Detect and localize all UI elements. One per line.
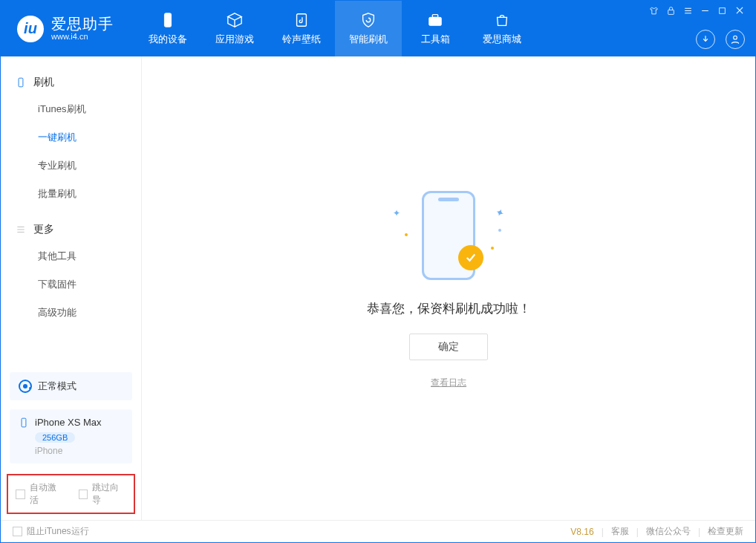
sidebar-item-advanced[interactable]: 高级功能: [1, 299, 141, 327]
tab-my-device[interactable]: 我的设备: [134, 1, 201, 56]
svg-rect-3: [432, 14, 437, 17]
sidebar-item-batch[interactable]: 批量刷机: [1, 180, 141, 208]
tab-apps[interactable]: 应用游戏: [201, 1, 268, 56]
mode-icon: [19, 380, 32, 393]
view-log-link[interactable]: 查看日志: [431, 377, 466, 389]
maximize-icon[interactable]: [717, 6, 727, 16]
checkbox-icon: [13, 527, 22, 536]
download-button[interactable]: [696, 30, 715, 49]
tab-label: 智能刷机: [349, 33, 388, 46]
mode-box[interactable]: 正常模式: [10, 372, 132, 400]
menu-icon[interactable]: [683, 6, 693, 16]
nav-tabs: 我的设备 应用游戏 铃声壁纸 智能刷机 工具箱 爱思商城: [134, 1, 535, 56]
section-more: 更多: [1, 217, 141, 242]
svg-point-6: [734, 36, 737, 39]
footer: 阻止iTunes运行 V8.16 | 客服 | 微信公众号 | 检查更新: [1, 520, 755, 542]
device-box[interactable]: iPhone XS Max 256GB iPhone: [10, 409, 132, 464]
device-name: iPhone XS Max: [35, 417, 102, 428]
tab-flash[interactable]: 智能刷机: [335, 1, 402, 56]
section-label: 刷机: [33, 76, 54, 89]
success-text: 恭喜您，保资料刷机成功啦！: [367, 300, 531, 317]
sidebar-item-other[interactable]: 其他工具: [1, 242, 141, 270]
tab-store[interactable]: 爱思商城: [469, 1, 535, 56]
checkbox-icon: [16, 490, 25, 499]
device-storage: 256GB: [35, 432, 75, 443]
list-icon: [16, 224, 26, 235]
support-link[interactable]: 客服: [611, 525, 629, 538]
section-flash: 刷机: [1, 70, 141, 95]
checkbox-label: 阻止iTunes运行: [27, 525, 89, 538]
sparkle-icon: ✦: [393, 208, 400, 218]
lock-icon[interactable]: [666, 6, 676, 16]
check-badge-icon: [458, 245, 483, 270]
minimize-icon[interactable]: [700, 6, 710, 16]
tab-label: 工具箱: [421, 33, 450, 46]
sidebar-item-onekey[interactable]: 一键刷机: [1, 123, 141, 152]
device-icon: [19, 417, 29, 428]
ok-button[interactable]: 确定: [409, 334, 488, 360]
app-subtitle: www.i4.cn: [51, 32, 114, 41]
main-content: ✦ ✦ 恭喜您，保资料刷机成功啦！ 确定 查看日志: [142, 56, 755, 520]
dot-icon: [498, 229, 501, 232]
user-button[interactable]: [726, 30, 745, 49]
tab-toolbox[interactable]: 工具箱: [402, 1, 469, 56]
svg-rect-2: [429, 17, 442, 25]
sidebar-item-pro[interactable]: 专业刷机: [1, 152, 141, 180]
sidebar-item-itunes[interactable]: iTunes刷机: [1, 95, 141, 123]
music-icon: [293, 12, 310, 28]
options-row: 自动激活 跳过向导: [7, 474, 135, 514]
svg-rect-4: [668, 10, 674, 14]
body: 刷机 iTunes刷机 一键刷机 专业刷机 批量刷机 更多 其他工具 下载固件 …: [1, 56, 755, 520]
phone-small-icon: [16, 77, 26, 88]
account-icons: [696, 30, 745, 49]
toolbox-icon: [427, 12, 443, 28]
checkbox-icon: [79, 490, 88, 499]
success-illustration: ✦ ✦: [385, 187, 512, 284]
logo-area: iu 爱思助手 www.i4.cn: [1, 16, 134, 42]
tab-label: 铃声壁纸: [282, 33, 321, 46]
tab-label: 应用游戏: [215, 33, 254, 46]
svg-rect-1: [297, 13, 307, 26]
checkbox-skip-guide[interactable]: 跳过向导: [79, 481, 127, 507]
dot-icon: [405, 233, 408, 236]
check-update-link[interactable]: 检查更新: [708, 525, 743, 538]
sparkle-icon: ✦: [494, 205, 506, 219]
footer-right: V8.16 | 客服 | 微信公众号 | 检查更新: [570, 525, 743, 538]
wechat-link[interactable]: 微信公众号: [646, 525, 691, 538]
dot-icon: [491, 247, 494, 250]
header: iu 爱思助手 www.i4.cn 我的设备 应用游戏 铃声壁纸 智能刷机 工具…: [1, 1, 755, 56]
tab-label: 我的设备: [149, 33, 187, 46]
tab-label: 爱思商城: [483, 33, 521, 46]
phone-icon: [160, 12, 176, 28]
shirt-icon[interactable]: [649, 6, 659, 16]
sidebar: 刷机 iTunes刷机 一键刷机 专业刷机 批量刷机 更多 其他工具 下载固件 …: [1, 56, 142, 520]
mode-label: 正常模式: [38, 380, 76, 393]
svg-rect-0: [164, 13, 171, 26]
section-label: 更多: [33, 223, 54, 236]
app-title: 爱思助手: [51, 16, 114, 32]
window-controls: [649, 5, 745, 16]
svg-rect-7: [19, 78, 23, 87]
device-type: iPhone: [35, 446, 123, 456]
logo-text: 爱思助手 www.i4.cn: [51, 16, 114, 41]
logo-icon: iu: [17, 16, 44, 42]
tab-ringtone[interactable]: 铃声壁纸: [268, 1, 335, 56]
device-title: iPhone XS Max: [19, 417, 123, 428]
shield-refresh-icon: [360, 12, 377, 28]
version-label: V8.16: [570, 527, 593, 537]
cube-icon: [227, 12, 243, 28]
svg-rect-5: [720, 7, 726, 13]
checkbox-auto-activate[interactable]: 自动激活: [16, 481, 64, 507]
svg-rect-8: [22, 418, 26, 427]
bag-icon: [494, 12, 510, 28]
checkbox-block-itunes[interactable]: 阻止iTunes运行: [13, 525, 89, 538]
header-right: [649, 1, 745, 56]
close-icon[interactable]: [734, 5, 745, 16]
checkbox-label: 跳过向导: [92, 481, 126, 507]
checkbox-label: 自动激活: [30, 481, 64, 507]
sidebar-item-firmware[interactable]: 下载固件: [1, 270, 141, 299]
